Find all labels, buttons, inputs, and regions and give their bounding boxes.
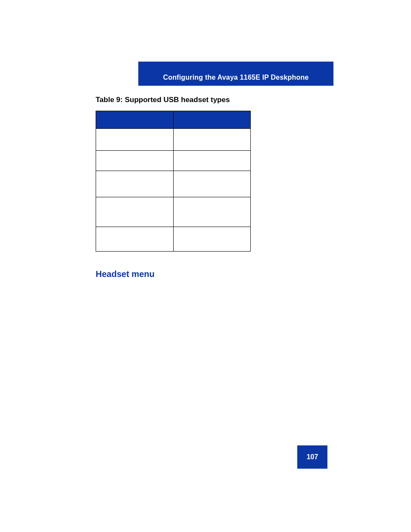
table-cell [96, 171, 174, 197]
table-header-cell [96, 111, 174, 129]
table-row [96, 227, 251, 252]
table-cell [173, 197, 251, 227]
table-cell [173, 227, 251, 252]
table-cell [96, 197, 174, 227]
table-row [96, 197, 251, 227]
table-row [96, 171, 251, 197]
table-header-cell [173, 111, 251, 129]
table-cell [96, 151, 174, 171]
section-heading: Headset menu [96, 269, 155, 279]
table-cell [96, 227, 174, 252]
table-caption: Table 9: Supported USB headset types [96, 96, 230, 104]
table-row [96, 129, 251, 151]
table-cell [173, 171, 251, 197]
usb-headset-table [96, 111, 251, 252]
page-number-box: 107 [297, 445, 327, 469]
header-section-title: Configuring the Avaya 1165E IP Deskphone [163, 74, 308, 81]
document-page: Configuring the Avaya 1165E IP Deskphone… [0, 0, 411, 532]
table-row [96, 151, 251, 171]
table-cell [173, 129, 251, 151]
table-header-row [96, 111, 251, 129]
table-cell [173, 151, 251, 171]
header-band: Configuring the Avaya 1165E IP Deskphone [138, 62, 333, 86]
page-number: 107 [307, 453, 318, 461]
table-cell [96, 129, 174, 151]
